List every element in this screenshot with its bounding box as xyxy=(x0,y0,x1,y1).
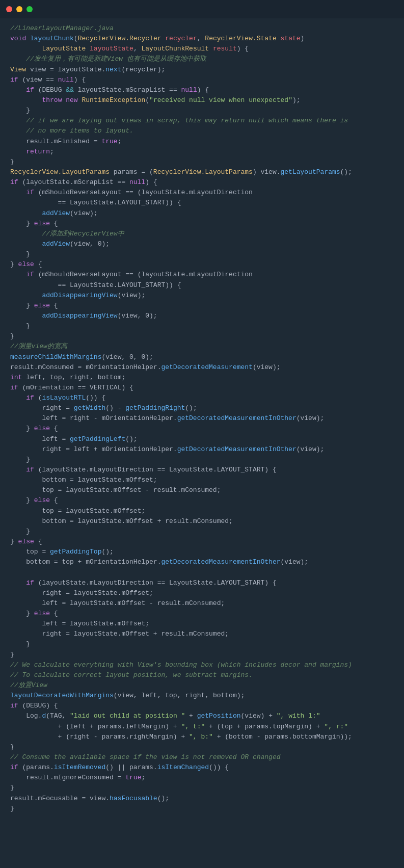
line-content: if (mShouldReverseLayout == (layoutState… xyxy=(10,188,253,198)
line-content: left = layoutState.mOffset; xyxy=(10,619,149,629)
dot-yellow xyxy=(16,6,22,12)
line-content: } else { xyxy=(10,301,58,311)
line-content: result.mConsumed = mOrientationHelper.ge… xyxy=(10,362,281,373)
code-line: } else { xyxy=(0,259,404,270)
code-line: //发生复用，有可能是新建View 也有可能是从缓存池中获取 xyxy=(0,54,404,64)
line-content: top = layoutState.mOffset - result.mCons… xyxy=(10,485,221,495)
code-line: //添加到RecyclerView中 xyxy=(0,229,404,239)
line-content: if (params.isItemRemoved() || params.isI… xyxy=(10,762,229,773)
line-content: top = getPaddingTop(); xyxy=(10,547,114,557)
code-area: //LinearLayoutManager.javavoid layoutChu… xyxy=(0,18,404,819)
line-content: void layoutChunk(RecyclerView.Recycler r… xyxy=(10,34,304,44)
code-line: + (right - params.rightMargin) + ", b:" … xyxy=(0,732,404,742)
code-line: } else { xyxy=(0,495,404,506)
code-line: if (view == null) { xyxy=(0,75,404,85)
code-line: View view = layoutState.next(recycler); xyxy=(0,65,404,75)
line-content: } xyxy=(10,331,14,341)
code-line: } else { xyxy=(0,219,404,229)
code-line: } xyxy=(0,321,404,331)
code-line: + (left + params.leftMargin) + ", t:" + … xyxy=(0,722,404,732)
line-content: // Consume the available space if the vi… xyxy=(10,752,281,762)
line-content: if (mShouldReverseLayout == (layoutState… xyxy=(10,270,253,280)
code-line: // no more items to layout. xyxy=(0,126,404,136)
line-content: == LayoutState.LAYOUT_START)) { xyxy=(10,198,181,208)
code-line: } else { xyxy=(0,301,404,311)
line-content: result.mFinished = true; xyxy=(10,137,121,147)
code-line: result.mFinished = true; xyxy=(0,137,404,147)
line-content: } else { xyxy=(10,424,58,434)
code-line: } else { xyxy=(0,537,404,547)
line-content: } else { xyxy=(10,537,42,547)
code-line: if (layoutState.mScrapList == null) { xyxy=(0,177,404,188)
code-line xyxy=(0,567,404,577)
line-content: View view = layoutState.next(recycler); xyxy=(10,65,165,75)
line-content: } xyxy=(10,157,14,167)
line-content: // To calculate correct layout position,… xyxy=(10,670,253,680)
line-content: + (right - params.rightMargin) + ", b:" … xyxy=(10,732,352,742)
code-line: } xyxy=(0,650,404,660)
line-content: left = layoutState.mOffset - result.mCon… xyxy=(10,598,225,609)
line-content: right = layoutState.mOffset; xyxy=(10,588,153,598)
line-content: addDisappearingView(view, 0); xyxy=(10,311,157,321)
code-line: } xyxy=(0,804,404,814)
code-line: bottom = layoutState.mOffset; xyxy=(0,475,404,485)
code-line: addView(view, 0); xyxy=(0,239,404,249)
line-content: addView(view, 0); xyxy=(10,239,110,249)
line-content: //发生复用，有可能是新建View 也有可能是从缓存池中获取 xyxy=(10,54,206,64)
line-content: } xyxy=(10,249,30,259)
code-line: left = layoutState.mOffset - result.mCon… xyxy=(0,598,404,609)
line-content: } xyxy=(10,783,14,793)
line-content: addView(view); xyxy=(10,208,98,219)
code-line: } xyxy=(0,455,404,465)
code-line: if (mShouldReverseLayout == (layoutState… xyxy=(0,188,404,198)
line-content: if (DEBUG) { xyxy=(10,701,58,711)
code-line: top = getPaddingTop(); xyxy=(0,547,404,557)
line-content: bottom = layoutState.mOffset + result.mC… xyxy=(10,516,233,527)
code-line: if (mOrientation == VERTICAL) { xyxy=(0,383,404,393)
line-content: Log.d(TAG, "laid out child at position "… xyxy=(10,711,320,721)
code-line: Log.d(TAG, "laid out child at position "… xyxy=(0,711,404,721)
code-line: right = layoutState.mOffset; xyxy=(0,588,404,598)
code-line: } xyxy=(0,157,404,167)
line-content: + (left + params.leftMargin) + ", t:" + … xyxy=(10,722,348,732)
line-content: addDisappearingView(view); xyxy=(10,291,145,301)
line-content: //放置View xyxy=(10,680,47,691)
code-line: void layoutChunk(RecyclerView.Recycler r… xyxy=(0,34,404,44)
line-content: } else { xyxy=(10,259,42,270)
line-content: left = getPaddingLeft(); xyxy=(10,434,138,444)
code-line: //测量view的宽高 xyxy=(0,341,404,352)
line-content: layoutDecoratedWithMargins(view, left, t… xyxy=(10,691,245,701)
line-content: } xyxy=(10,455,30,465)
code-line: // To calculate correct layout position,… xyxy=(0,670,404,680)
code-line: } xyxy=(0,527,404,537)
line-content: } xyxy=(10,804,14,814)
line-content: } xyxy=(10,106,30,116)
line-content: LayoutState layoutState, LayoutChunkResu… xyxy=(10,44,249,54)
code-line: if (layoutState.mLayoutDirection == Layo… xyxy=(0,465,404,475)
code-line: == LayoutState.LAYOUT_START)) { xyxy=(0,280,404,291)
code-line: // We calculate everything with View's b… xyxy=(0,660,404,670)
line-content: } xyxy=(10,742,14,752)
code-line: // Consume the available space if the vi… xyxy=(0,752,404,762)
line-content: } xyxy=(10,321,30,331)
line-content: right = layoutState.mOffset + result.mCo… xyxy=(10,629,229,639)
code-line: int left, top, right, bottom; xyxy=(0,373,404,383)
line-content: bottom = layoutState.mOffset; xyxy=(10,475,157,485)
code-line: left = getPaddingLeft(); xyxy=(0,434,404,444)
code-line: top = layoutState.mOffset; xyxy=(0,506,404,516)
line-content: if (mOrientation == VERTICAL) { xyxy=(10,383,133,393)
line-content: } else { xyxy=(10,495,58,506)
line-content: // We calculate everything with View's b… xyxy=(10,660,352,670)
code-line: bottom = top + mOrientationHelper.getDec… xyxy=(0,557,404,567)
dot-red xyxy=(6,6,12,12)
code-line: LayoutState layoutState, LayoutChunkResu… xyxy=(0,44,404,54)
line-content: right = getWidth() - getPaddingRight(); xyxy=(10,403,197,413)
line-content: bottom = top + mOrientationHelper.getDec… xyxy=(10,557,308,567)
line-content: //测量view的宽高 xyxy=(10,341,67,352)
code-line: result.mFocusable = view.hasFocusable(); xyxy=(0,794,404,804)
code-line: addDisappearingView(view, 0); xyxy=(0,311,404,321)
line-content: left = right - mOrientationHelper.getDec… xyxy=(10,413,324,424)
line-content: RecyclerView.LayoutParams params = (Recy… xyxy=(10,167,352,177)
line-content: if (DEBUG && layoutState.mScrapList == n… xyxy=(10,85,209,95)
code-line: top = layoutState.mOffset - result.mCons… xyxy=(0,485,404,495)
